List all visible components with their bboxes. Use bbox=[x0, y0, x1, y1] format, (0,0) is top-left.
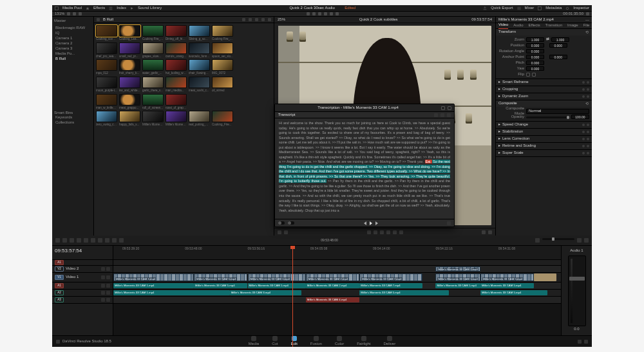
overlay-icon[interactable] bbox=[488, 230, 492, 234]
tool-icon[interactable] bbox=[312, 12, 316, 15]
section-title[interactable]: Composite bbox=[498, 101, 517, 106]
audio-clip[interactable]: Millie's Moments 33 CAM 3.mp4 bbox=[230, 290, 301, 295]
zoom-in-icon[interactable] bbox=[577, 238, 582, 243]
tab-transition[interactable]: Transition bbox=[545, 23, 562, 28]
media-thumbnail[interactable]: kw_and_white... bbox=[119, 77, 140, 93]
search-icon[interactable] bbox=[261, 18, 265, 21]
next-icon[interactable] bbox=[375, 221, 378, 225]
effects-icon[interactable] bbox=[86, 6, 90, 10]
bin-item[interactable]: IQ bbox=[54, 31, 91, 36]
bin-item[interactable]: Camera 3 bbox=[54, 46, 91, 51]
transcript-error-word[interactable]: Eat. bbox=[425, 160, 432, 163]
back-icon[interactable] bbox=[97, 18, 100, 21]
link-icon[interactable] bbox=[98, 238, 102, 243]
track-name[interactable]: Video 1 bbox=[66, 275, 79, 280]
blade-tool-icon[interactable] bbox=[62, 238, 67, 243]
media-thumbnail[interactable]: roast_of_grapes... bbox=[166, 94, 187, 110]
preferences-icon[interactable] bbox=[584, 340, 588, 344]
tool-icon[interactable] bbox=[79, 12, 82, 15]
menu-icon[interactable] bbox=[447, 221, 451, 225]
composite-mode-select[interactable]: Normal bbox=[526, 109, 589, 114]
a1-tag[interactable]: A1 bbox=[55, 283, 64, 288]
metadata-toggle[interactable]: Metadata bbox=[545, 6, 562, 11]
anchor-x[interactable]: 0.000 bbox=[526, 55, 544, 59]
video-clip[interactable] bbox=[534, 273, 556, 281]
tool-icon[interactable] bbox=[336, 12, 339, 15]
text-size-icon[interactable] bbox=[434, 113, 438, 117]
media-thumbnail[interactable]: fruit_cherry_b... bbox=[119, 59, 140, 75]
play-icon[interactable] bbox=[380, 230, 384, 234]
mark-out-icon[interactable] bbox=[284, 230, 288, 234]
tool-icon[interactable] bbox=[330, 12, 333, 15]
options-icon[interactable] bbox=[447, 113, 451, 117]
play-icon[interactable] bbox=[370, 221, 372, 225]
audio-clip[interactable]: Millie's Moments 33 CAM 5.mp4 bbox=[480, 283, 534, 288]
bin-item[interactable]: Media Po... bbox=[54, 51, 91, 57]
v2-tag[interactable]: V2 bbox=[55, 266, 64, 272]
tool-icon[interactable] bbox=[324, 12, 327, 15]
reset-icon[interactable] bbox=[587, 95, 589, 98]
quick-export-button[interactable]: Quick Export bbox=[491, 6, 513, 11]
pointer-tool-icon[interactable] bbox=[55, 238, 60, 243]
sound-library-toggle[interactable]: Sound Library bbox=[138, 6, 162, 11]
metadata-icon[interactable] bbox=[538, 6, 542, 10]
dest-a1-tag[interactable]: A1 bbox=[55, 260, 64, 265]
video-clip[interactable]: Millie's Moments 33 CAM 7.mp4 bbox=[359, 273, 422, 281]
tab-audio[interactable]: Audio bbox=[513, 23, 523, 28]
inspector-icon[interactable] bbox=[565, 6, 569, 10]
tool-icon[interactable] bbox=[67, 12, 70, 15]
media-thumbnail[interactable]: happy_falls_s... bbox=[119, 111, 140, 127]
audio-clip[interactable]: Millie's Moments 33 CAM 5.mp4 bbox=[480, 290, 547, 295]
section-title[interactable]: Speed Change bbox=[502, 122, 528, 127]
page-fusion[interactable]: Fusion bbox=[310, 336, 322, 347]
rotation[interactable]: 0.000 bbox=[526, 49, 544, 53]
source-zoom-readout[interactable]: 131% bbox=[55, 12, 64, 17]
arrow-icon[interactable]: ▸ bbox=[498, 151, 500, 156]
page-cut[interactable]: Cut bbox=[272, 336, 278, 347]
media-thumbnail[interactable]: IMG_0072 bbox=[212, 59, 233, 75]
overwrite-icon[interactable] bbox=[84, 238, 88, 243]
media-thumbnail[interactable]: chef_pro_sea... bbox=[96, 42, 117, 59]
bin-item-selected[interactable]: B Roll bbox=[54, 57, 91, 62]
pos-y[interactable]: 0.000 bbox=[549, 43, 567, 48]
inspector-menu-icon[interactable]: ⋯ bbox=[585, 18, 589, 22]
view-icon[interactable] bbox=[249, 18, 252, 21]
reset-icon[interactable] bbox=[587, 81, 589, 84]
media-thumbnail[interactable]: roll_of_screen... bbox=[142, 94, 164, 110]
timeline-zoom-slider[interactable] bbox=[542, 238, 574, 240]
prev-icon[interactable] bbox=[364, 221, 366, 225]
media-thumbnail[interactable]: zero_swing_co... bbox=[96, 111, 117, 127]
media-pool-icon[interactable] bbox=[55, 6, 59, 10]
audio-clip[interactable]: Millie's Moments 33 CAM 5.mp4 bbox=[359, 290, 449, 295]
solo-icon[interactable] bbox=[101, 298, 105, 302]
smart-bin-item[interactable]: Keywords bbox=[54, 115, 91, 120]
text-size-icon[interactable] bbox=[440, 113, 444, 117]
transcript-body[interactable]: Hi and welcome to the show. Thank you so… bbox=[275, 118, 454, 219]
media-thumbnail[interactable]: hot_boiling_wa... bbox=[166, 59, 187, 75]
page-media[interactable]: Media bbox=[249, 336, 259, 347]
smart-bin-item[interactable]: Collections bbox=[54, 120, 91, 125]
export-icon[interactable] bbox=[483, 6, 487, 10]
video-clip[interactable]: Millie's Moments 33 CAM 5.mp4 bbox=[194, 273, 247, 281]
arrow-icon[interactable]: ▸ bbox=[498, 129, 500, 134]
mixer-toggle[interactable]: Mixer bbox=[525, 6, 535, 11]
media-thumbnail[interactable]: carrots_orange... bbox=[166, 42, 187, 59]
section-title[interactable]: Dynamic Zoom bbox=[502, 94, 528, 99]
transcription-panel[interactable]: Transcription - Millie's Moments 33 CAM … bbox=[274, 104, 455, 227]
speaker-toggle[interactable] bbox=[288, 221, 294, 225]
pos-x[interactable]: 0.000 bbox=[526, 43, 544, 48]
media-thumbnail[interactable]: grapes_slowmo... bbox=[142, 42, 164, 59]
transcription-titlebar[interactable]: Transcription - Millie's Moments 33 CAM … bbox=[275, 104, 454, 112]
inspector-toggle[interactable]: Inspector bbox=[573, 6, 589, 11]
media-thumbnail[interactable]: moon_purple-t... bbox=[96, 77, 117, 93]
reset-icon[interactable]: ⟲ bbox=[585, 102, 589, 106]
loop-icon[interactable] bbox=[399, 230, 403, 234]
flip-h[interactable] bbox=[526, 73, 530, 77]
timeline-ruler[interactable]: 09:53:39:20 09:53:48:00 09:53:56:16 09:5… bbox=[113, 246, 561, 260]
video-clip[interactable]: Millie's Moments 33 CAM 5.mp4 bbox=[480, 273, 534, 281]
section-title[interactable]: Cropping bbox=[502, 87, 518, 92]
follow-toggle[interactable] bbox=[278, 221, 285, 225]
tab-image[interactable]: Image bbox=[567, 23, 578, 28]
zoom-out-icon[interactable] bbox=[535, 238, 540, 243]
transcript-text[interactable]: >> Pan fry them in the chilli and the ga… bbox=[279, 179, 450, 212]
